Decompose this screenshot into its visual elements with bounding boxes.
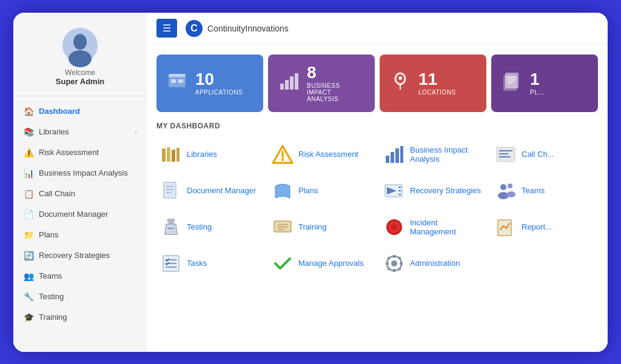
- locations-icon: [389, 70, 411, 96]
- svg-rect-17: [505, 73, 519, 88]
- svg-point-28: [281, 159, 284, 161]
- libraries-dash-label: Libraries: [187, 150, 217, 159]
- sidebar-label: Teams: [39, 271, 62, 280]
- svg-rect-32: [400, 146, 403, 163]
- svg-rect-9: [280, 84, 284, 90]
- svg-point-1: [73, 34, 87, 50]
- sidebar-item-docmanager[interactable]: 📄 Document Manager: [13, 204, 147, 225]
- stat-card-locations[interactable]: 11 LOCATIONS: [380, 55, 486, 112]
- reports-dash-label: Report...: [522, 222, 552, 231]
- svg-point-47: [498, 192, 509, 199]
- svg-rect-8: [178, 79, 183, 83]
- risk-dash-icon: [272, 144, 294, 165]
- svg-rect-10: [285, 80, 289, 90]
- risk-icon: ⚠️: [23, 147, 34, 158]
- docmanager-dash-icon: [160, 180, 182, 202]
- sidebar-label: Business Impact Analysis: [39, 168, 128, 177]
- bia-dash-icon: [383, 144, 405, 165]
- recovery-dash-label: Recovery Strategies: [410, 186, 481, 195]
- sidebar-label: Dashboard: [39, 107, 80, 116]
- dash-item-bia[interactable]: Business Impact Analysis: [380, 137, 486, 171]
- sidebar-label: Call Chain: [39, 189, 75, 198]
- dash-item-plans[interactable]: Plans: [268, 174, 375, 208]
- callchain-dash-label: Call Ch...: [522, 150, 554, 159]
- admin-dash-label: Administration: [410, 259, 460, 268]
- svg-rect-70: [400, 262, 403, 265]
- app-frame: Welcome Super Admin 🏠 Dashboard 📚 Librar…: [13, 13, 608, 352]
- svg-rect-22: [167, 147, 170, 162]
- svg-point-49: [507, 191, 515, 197]
- admin-name: Super Admin: [19, 77, 141, 86]
- sidebar: Welcome Super Admin 🏠 Dashboard 📚 Librar…: [13, 13, 147, 352]
- dash-item-docmanager[interactable]: Document Manager: [156, 174, 263, 208]
- top-bar: ☰ C ContinuityInnovations: [147, 13, 608, 45]
- tasks-dash-icon: [160, 253, 182, 274]
- stat-cards: 10 APPLICATIONS 8 BUSINESS IMPACTANALYS: [147, 45, 608, 112]
- sidebar-item-recovery[interactable]: 🔄 Recovery Strategies: [13, 245, 147, 266]
- sidebar-label: Recovery Strategies: [39, 251, 110, 260]
- recovery-dash-icon: [383, 180, 405, 202]
- stat-card-applications[interactable]: 10 APPLICATIONS: [156, 55, 263, 112]
- sidebar-item-risk[interactable]: ⚠️ Risk Assessment: [13, 142, 147, 163]
- recovery-icon: 🔄: [23, 250, 34, 261]
- sidebar-item-testing[interactable]: 🔧 Testing: [13, 286, 147, 307]
- svg-rect-69: [386, 262, 389, 265]
- incident-dash-icon: [383, 216, 405, 238]
- plans-dash-icon: [272, 180, 294, 202]
- sidebar-label: Plans: [39, 230, 59, 239]
- bia-info: 8 BUSINESS IMPACTANALYSIS: [307, 64, 365, 102]
- plans-info: 1 PL...: [530, 71, 544, 96]
- menu-button[interactable]: ☰: [156, 19, 177, 38]
- svg-point-46: [500, 184, 506, 190]
- libraries-dash-icon: [160, 144, 182, 165]
- svg-rect-31: [395, 148, 399, 163]
- sidebar-nav: 🏠 Dashboard 📚 Libraries ‹ ⚠️ Risk Assess…: [13, 96, 147, 333]
- dash-item-training[interactable]: Training: [268, 210, 375, 244]
- dash-item-libraries[interactable]: Libraries: [156, 137, 263, 171]
- dash-item-risk[interactable]: Risk Assessment: [268, 137, 375, 171]
- dash-item-recovery[interactable]: Recovery Strategies: [380, 174, 486, 208]
- dash-item-teams[interactable]: Teams: [491, 174, 598, 208]
- svg-rect-37: [164, 182, 176, 198]
- bia-icon: 📊: [23, 168, 34, 179]
- sidebar-item-libraries[interactable]: 📚 Libraries ‹: [13, 122, 147, 142]
- sidebar-item-teams[interactable]: 👥 Teams: [13, 266, 147, 286]
- sidebar-item-callchain[interactable]: 📋 Call Chain: [13, 184, 147, 204]
- training-dash-icon: [272, 216, 294, 238]
- bia-count: 8: [307, 64, 365, 81]
- approvals-dash-label: Manage Approvals: [298, 259, 364, 268]
- stat-card-plans[interactable]: 1 PL...: [491, 55, 598, 112]
- sidebar-label: Document Manager: [39, 210, 108, 219]
- sidebar-label: Training: [39, 313, 67, 322]
- dash-item-reports[interactable]: Report...: [491, 210, 598, 244]
- brand-name: ContinuityInnovations: [207, 24, 289, 33]
- svg-point-59: [391, 224, 397, 230]
- dash-item-testing[interactable]: Testing: [156, 210, 263, 244]
- doc-icon: 📄: [23, 209, 34, 220]
- libraries-icon: 📚: [23, 127, 34, 137]
- svg-rect-67: [393, 255, 395, 258]
- sidebar-item-bia[interactable]: 📊 Business Impact Analysis: [13, 163, 147, 184]
- testing-dash-icon: [160, 216, 182, 238]
- sidebar-item-training[interactable]: 🎓 Training: [13, 307, 147, 328]
- dash-item-incident[interactable]: Incident Management: [380, 210, 486, 244]
- teams-dash-label: Teams: [522, 186, 545, 195]
- dashboard-icon: 🏠: [23, 106, 34, 117]
- dash-item-admin[interactable]: Administration: [380, 247, 486, 280]
- teams-icon: 👥: [23, 271, 34, 282]
- incident-dash-label: Incident Management: [410, 218, 483, 236]
- applications-icon: [166, 70, 188, 96]
- sidebar-item-dashboard[interactable]: 🏠 Dashboard: [13, 101, 147, 122]
- dash-item-tasks[interactable]: Tasks: [156, 247, 263, 280]
- locations-count: 11: [418, 71, 456, 88]
- plans-icon: 📁: [23, 230, 34, 240]
- sidebar-item-plans[interactable]: 📁 Plans: [13, 225, 147, 245]
- dash-item-approvals[interactable]: Manage Approvals: [268, 247, 375, 280]
- testing-icon: 🔧: [23, 291, 34, 302]
- testing-dash-label: Testing: [187, 222, 212, 231]
- stat-card-bia[interactable]: 8 BUSINESS IMPACTANALYSIS: [268, 55, 375, 112]
- bia-label: BUSINESS IMPACTANALYSIS: [307, 82, 365, 102]
- applications-label: APPLICATIONS: [195, 89, 243, 96]
- plans-stat-icon: [501, 70, 523, 96]
- dash-item-callchain[interactable]: Call Ch...: [491, 137, 598, 171]
